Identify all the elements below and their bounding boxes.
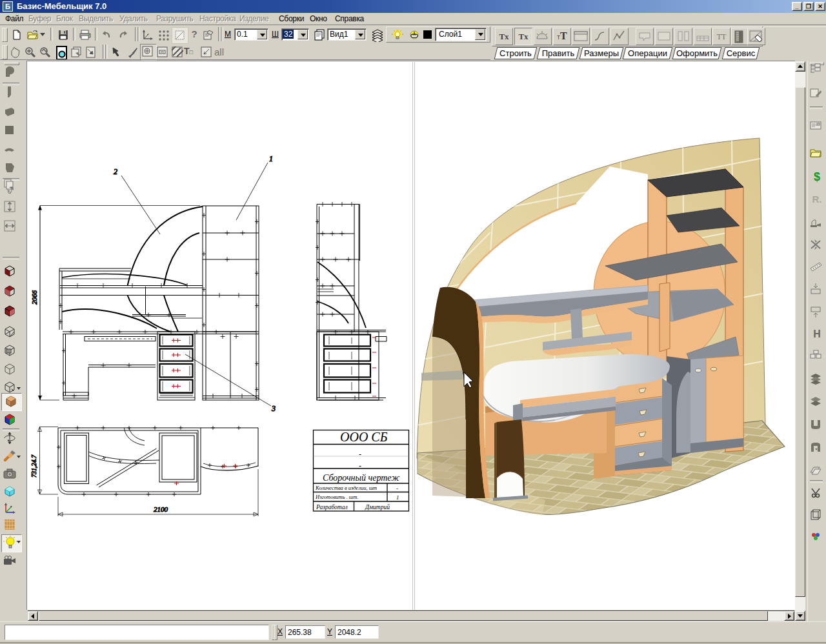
svg-text:-: - (359, 450, 361, 459)
svg-text:1: 1 (269, 154, 273, 163)
svg-text:ООО СБ: ООО СБ (340, 430, 388, 444)
svg-text:Сборочный чертеж: Сборочный чертеж (323, 473, 399, 483)
svg-text:731,24.7: 731,24.7 (30, 454, 37, 478)
svg-text:Количества в изделии, шт: Количества в изделии, шт (315, 485, 377, 491)
svg-text:-: - (396, 485, 398, 492)
svg-text:Дмитрий: Дмитрий (365, 504, 390, 510)
svg-text:2100: 2100 (154, 505, 168, 513)
svg-text:2066: 2066 (30, 290, 38, 305)
svg-text:2: 2 (114, 167, 117, 176)
svg-text:Разработал: Разработал (316, 504, 348, 510)
svg-text:-: - (359, 461, 361, 470)
svg-text:1: 1 (396, 494, 399, 501)
svg-text:Изготовить . шт.: Изготовить . шт. (315, 494, 359, 500)
svg-text:3: 3 (271, 404, 276, 413)
